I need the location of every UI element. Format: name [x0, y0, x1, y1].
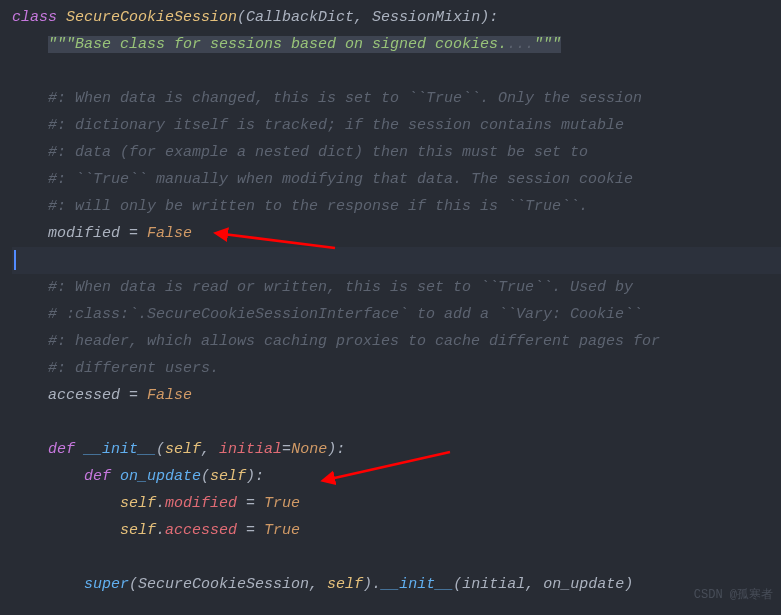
function-name: __init__ [84, 441, 156, 458]
indent [12, 306, 48, 323]
indent [12, 576, 84, 593]
docstring-close: """ [534, 36, 561, 53]
comment: #: When data is read or written, this is… [48, 279, 633, 296]
paren-colon: ): [480, 9, 498, 26]
true-literal: True [264, 495, 300, 512]
self-param: self [165, 441, 201, 458]
paren: ( [156, 441, 165, 458]
indent [12, 225, 48, 242]
dot: . [156, 495, 165, 512]
comment: #: dictionary itself is tracked; if the … [48, 117, 624, 134]
indent [12, 90, 48, 107]
paren: ( [237, 9, 246, 26]
code-line[interactable]: # :class:`.SecureCookieSessionInterface`… [12, 301, 781, 328]
code-line-current[interactable] [12, 247, 781, 274]
comma: , [525, 576, 543, 593]
code-line[interactable]: def __init__(self, initial=None): [12, 436, 781, 463]
self-ref: self [327, 576, 363, 593]
indent [12, 333, 48, 350]
true-literal: True [264, 522, 300, 539]
code-line[interactable]: modified = False [12, 220, 781, 247]
indent [12, 387, 48, 404]
paren-dot: ). [363, 576, 381, 593]
keyword-def: def [48, 441, 84, 458]
indent [12, 36, 48, 53]
self-ref: self [120, 495, 156, 512]
attribute: modified [165, 495, 237, 512]
dot: . [156, 522, 165, 539]
code-line[interactable]: super(SecureCookieSession, self).__init_… [12, 571, 781, 598]
indent [12, 468, 84, 485]
paren-colon: ): [327, 441, 345, 458]
comment: #: header, which allows caching proxies … [48, 333, 660, 350]
code-line[interactable]: #: header, which allows caching proxies … [12, 328, 781, 355]
comment: # :class:`.SecureCookieSessionInterface`… [48, 306, 642, 323]
code-line[interactable]: def on_update(self): [12, 463, 781, 490]
equals: = [282, 441, 291, 458]
code-line[interactable]: #: ``True`` manually when modifying that… [12, 166, 781, 193]
function-name: on_update [120, 468, 201, 485]
paren: ( [201, 468, 210, 485]
code-line-empty[interactable] [12, 58, 781, 85]
code-line[interactable]: #: data (for example a nested dict) then… [12, 139, 781, 166]
code-line[interactable]: #: dictionary itself is tracked; if the … [12, 112, 781, 139]
super-call: super [84, 576, 129, 593]
comment: #: When data is changed, this is set to … [48, 90, 642, 107]
identifier: modified [48, 225, 120, 242]
docstring-ellipsis: ... [507, 36, 534, 53]
comma: , [309, 576, 327, 593]
class-ref: SecureCookieSession [138, 576, 309, 593]
equals: = [120, 225, 147, 242]
code-line[interactable]: #: different users. [12, 355, 781, 382]
false-literal: False [147, 387, 192, 404]
parameter: initial [219, 441, 282, 458]
code-line[interactable]: #: will only be written to the response … [12, 193, 781, 220]
equals: = [120, 387, 147, 404]
code-line[interactable]: accessed = False [12, 382, 781, 409]
self-param: self [210, 468, 246, 485]
indent [12, 522, 120, 539]
indent [12, 441, 48, 458]
comment: #: will only be written to the response … [48, 198, 588, 215]
init-call: __init__ [381, 576, 453, 593]
indent [12, 360, 48, 377]
comment: #: ``True`` manually when modifying that… [48, 171, 633, 188]
equals: = [237, 522, 264, 539]
keyword-class: class [12, 9, 66, 26]
comma: , [201, 441, 219, 458]
base-class: SessionMixin [372, 9, 480, 26]
code-editor[interactable]: class SecureCookieSession(CallbackDict, … [0, 0, 781, 598]
code-line-empty[interactable] [12, 409, 781, 436]
docstring: """Base class for sessions based on sign… [48, 36, 507, 53]
watermark-text: CSDN @孤寒者 [694, 582, 773, 609]
code-line[interactable]: self.modified = True [12, 490, 781, 517]
code-line[interactable]: """Base class for sessions based on sign… [12, 31, 781, 58]
indent [12, 171, 48, 188]
argument: initial [462, 576, 525, 593]
indent [12, 198, 48, 215]
comma: , [354, 9, 372, 26]
identifier: accessed [48, 387, 120, 404]
code-line[interactable]: self.accessed = True [12, 517, 781, 544]
keyword-def: def [84, 468, 120, 485]
comment: #: data (for example a nested dict) then… [48, 144, 588, 161]
code-line[interactable]: class SecureCookieSession(CallbackDict, … [12, 4, 781, 31]
paren: ( [453, 576, 462, 593]
paren-colon: ): [246, 468, 264, 485]
code-line[interactable]: #: When data is changed, this is set to … [12, 85, 781, 112]
self-ref: self [120, 522, 156, 539]
argument: on_update [543, 576, 624, 593]
indent [12, 495, 120, 512]
none-literal: None [291, 441, 327, 458]
attribute: accessed [165, 522, 237, 539]
base-class: CallbackDict [246, 9, 354, 26]
code-line[interactable]: #: When data is read or written, this is… [12, 274, 781, 301]
indent [12, 117, 48, 134]
indent [12, 144, 48, 161]
comment: #: different users. [48, 360, 219, 377]
class-name: SecureCookieSession [66, 9, 237, 26]
text-cursor [14, 250, 16, 270]
equals: = [237, 495, 264, 512]
code-line-empty[interactable] [12, 544, 781, 571]
indent [12, 279, 48, 296]
